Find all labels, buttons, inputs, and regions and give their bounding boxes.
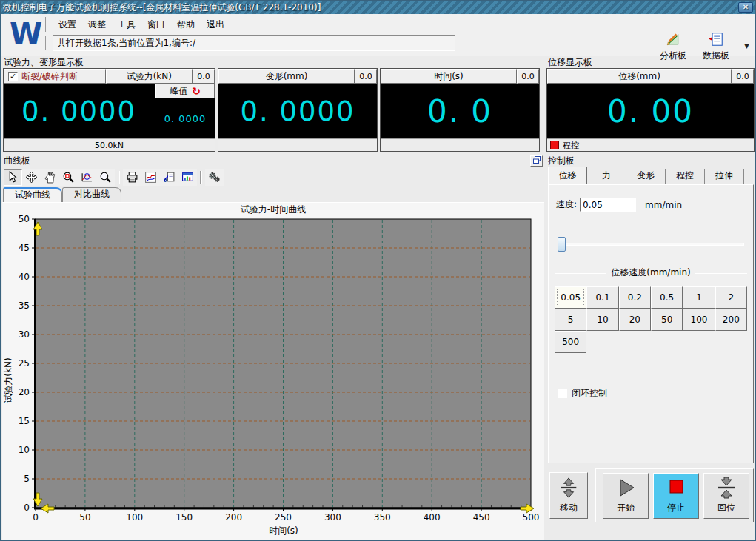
menu-item-窗口[interactable]: 窗口 — [141, 17, 171, 33]
control-panel-title: 控制板 — [546, 155, 755, 167]
return-button[interactable]: 回位 — [703, 473, 749, 519]
svg-text:15: 15 — [19, 416, 30, 426]
speed-preset-500[interactable]: 500 — [555, 331, 586, 353]
svg-text:500: 500 — [523, 512, 540, 522]
control-tab-位移[interactable]: 位移 — [548, 167, 587, 184]
control-tab-力[interactable]: 力 — [587, 169, 626, 184]
curve-copy-icon[interactable] — [160, 169, 178, 186]
stop-button[interactable]: 停止 — [653, 473, 699, 519]
top-toolbar: W 设置调整工具窗口帮助退出 共打开数据1条,当前位置为1,编号:/ 分析板 数… — [1, 14, 755, 56]
displacement-channel-button[interactable]: 位移(mm) — [547, 69, 732, 84]
program-control-indicator — [550, 141, 559, 149]
force-channel-button[interactable]: 试验力(kN) — [106, 69, 193, 84]
curve-toolbar — [2, 167, 544, 187]
displacement-panel-title: 位移显示板 — [546, 57, 755, 68]
app-logo: W — [7, 17, 45, 53]
speed-preset-0.2[interactable]: 0.2 — [619, 286, 651, 309]
slider-thumb[interactable] — [558, 237, 566, 252]
svg-text:450: 450 — [473, 512, 490, 522]
speed-preset-0.5[interactable]: 0.5 — [651, 286, 683, 309]
analysis-icon — [665, 31, 681, 50]
menu-item-设置[interactable]: 设置 — [53, 17, 82, 33]
window-title: 微机控制电子万能试验机测控系统--[金属材料室温拉伸试验(GB/T 228.1-… — [3, 1, 738, 14]
toolbar-separator — [200, 171, 202, 184]
control-tab-拉伸[interactable]: 拉伸 — [705, 169, 744, 184]
start-button[interactable]: 开始 — [603, 473, 649, 519]
toolbar-grip — [45, 17, 47, 32]
svg-text:100: 100 — [126, 512, 143, 522]
time-channel-button[interactable]: 时间(s) — [381, 69, 517, 84]
speed-preset-0.05[interactable]: 0.05 — [555, 286, 586, 309]
deform-zero-value[interactable]: 0.0 — [355, 69, 377, 84]
speed-preset-200[interactable]: 200 — [715, 309, 747, 331]
move-cross-icon[interactable] — [22, 169, 41, 186]
speed-preset-grid: 0.050.10.20.5125102050100200500 — [555, 286, 747, 353]
speed-preset-10[interactable]: 10 — [586, 309, 618, 331]
speed-preset-2[interactable]: 2 — [715, 286, 747, 309]
speed-preset-0.1[interactable]: 0.1 — [586, 286, 618, 309]
curve-panel-title: 曲线板 — [2, 155, 30, 166]
break-detect-toggle[interactable]: ✓ 断裂/破碎判断 — [4, 69, 106, 84]
closed-loop-checkbox[interactable] — [558, 389, 567, 398]
menu-item-工具[interactable]: 工具 — [112, 17, 141, 33]
move-icon — [558, 477, 580, 501]
app-window: 微机控制电子万能试验机测控系统--[金属材料室温拉伸试验(GB/T 228.1-… — [0, 0, 756, 541]
peak-reset-button[interactable]: 峰值 ↻ — [155, 84, 215, 98]
curve-tab-对比曲线[interactable]: 对比曲线 — [62, 187, 121, 202]
speed-preset-100[interactable]: 100 — [683, 309, 715, 331]
select-cursor-icon[interactable] — [4, 169, 22, 186]
menu-item-调整[interactable]: 调整 — [82, 17, 112, 33]
svg-text:150: 150 — [175, 512, 193, 522]
speed-input[interactable] — [580, 198, 636, 212]
svg-text:250: 250 — [275, 512, 292, 522]
svg-text:350: 350 — [374, 512, 391, 522]
time-zero-value[interactable]: 0.0 — [517, 69, 539, 84]
svg-text:200: 200 — [225, 512, 242, 522]
zoom-box-icon[interactable] — [59, 169, 78, 186]
speed-preset-50[interactable]: 50 — [651, 309, 683, 331]
curve-style-icon[interactable] — [141, 169, 160, 186]
data-window-icon[interactable] — [178, 169, 197, 186]
slider-track[interactable] — [558, 243, 744, 246]
move-button[interactable]: 移动 — [549, 472, 588, 519]
time-lcd: 0. 0 — [381, 84, 539, 138]
chart-xlabel: 时间(s) — [269, 525, 298, 536]
displacement-zero-value[interactable]: 0.0 — [732, 69, 754, 84]
displacement-lcd: 0. 00 — [547, 84, 754, 138]
force-display-unit: ✓ 断裂/破碎判断 试验力(kN) 0.0 0. 0000 峰值 ↻ 0. 00… — [3, 68, 215, 152]
control-tab-变形[interactable]: 变形 — [626, 169, 666, 184]
chevron-down-icon[interactable]: ▼ — [744, 42, 749, 50]
close-icon[interactable]: ✕ — [738, 2, 753, 13]
speed-preset-5[interactable]: 5 — [555, 309, 586, 331]
force-display-panel: 试验力、变形显示板 ✓ 断裂/破碎判断 试验力(kN) 0.0 0. 0000 — [2, 57, 544, 155]
motion-controls: 移动 开始 停止 回位 — [548, 466, 754, 525]
restore-panel-button[interactable] — [530, 155, 543, 167]
toolbar-separator — [118, 171, 120, 184]
menu-item-退出[interactable]: 退出 — [201, 17, 230, 33]
gears-icon[interactable] — [205, 169, 224, 186]
chart-canvas[interactable]: 0501001502002503003504004505000510152025… — [2, 203, 543, 541]
refresh-icon[interactable]: ↻ — [192, 85, 201, 97]
magnifier-icon[interactable] — [96, 169, 115, 186]
curve-tab-试验曲线[interactable]: 试验曲线 — [3, 187, 62, 202]
title-bar[interactable]: 微机控制电子万能试验机测控系统--[金属材料室温拉伸试验(GB/T 228.1-… — [1, 1, 755, 14]
pan-hand-icon[interactable] — [41, 169, 59, 186]
zoom-curve-icon[interactable] — [78, 169, 96, 186]
menu-item-帮助[interactable]: 帮助 — [171, 17, 201, 33]
speed-preset-1[interactable]: 1 — [683, 286, 715, 309]
peak-lcd: 0. 0000 — [155, 98, 215, 138]
svg-text:0: 0 — [24, 503, 30, 513]
curve-panel: 曲线板 试验曲线对比曲线 050100150200250300350400450… — [2, 155, 544, 540]
deform-channel-button[interactable]: 变形(mm) — [218, 69, 355, 84]
status-text: 共打开数据1条,当前位置为1,编号:/ — [53, 35, 455, 51]
speed-unit: mm/min — [645, 200, 682, 210]
speed-slider[interactable] — [558, 237, 744, 252]
svg-text:45: 45 — [19, 243, 30, 253]
speed-preset-20[interactable]: 20 — [619, 309, 651, 331]
deform-footer — [218, 138, 377, 151]
print-icon[interactable] — [123, 169, 141, 186]
break-detect-checkbox[interactable]: ✓ — [8, 72, 18, 81]
curve-tabs: 试验曲线对比曲线 — [2, 187, 544, 202]
force-zero-value[interactable]: 0.0 — [193, 69, 215, 84]
control-tab-程控[interactable]: 程控 — [666, 169, 705, 184]
